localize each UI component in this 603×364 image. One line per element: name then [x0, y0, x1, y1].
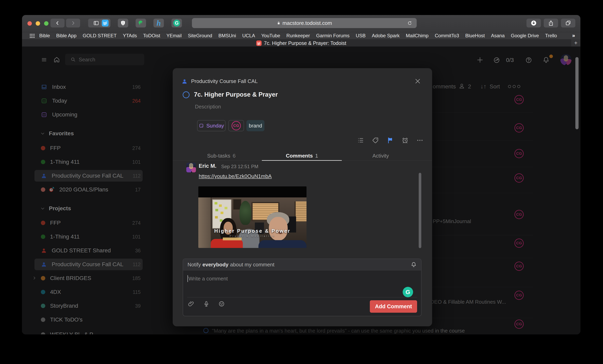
comment-input[interactable]: Write a comment G — [183, 270, 421, 297]
share-button[interactable] — [544, 19, 558, 27]
menu-button[interactable] — [41, 57, 47, 63]
bookmark-adobe-spark[interactable]: Adobe Spark — [372, 33, 400, 38]
bookmark-ytads[interactable]: YTAds — [123, 33, 137, 38]
bookmark-bible-app[interactable]: Bible App — [56, 33, 76, 38]
sidebar-item-productivity-course-fall-cal[interactable]: Productivity Course Fall CAL112 — [35, 170, 143, 182]
more-options-icon[interactable] — [508, 85, 520, 88]
video-overlay-bar — [223, 237, 242, 240]
shield-extension-button[interactable] — [118, 19, 128, 27]
grammarly-extension-button[interactable]: G — [172, 19, 182, 27]
home-button[interactable] — [53, 56, 60, 63]
sidebar-item-ffp[interactable]: FFP274 — [35, 217, 143, 229]
bookmarks-overflow-button[interactable]: » — [572, 33, 575, 39]
bookmark-siteground[interactable]: SiteGround — [188, 33, 212, 38]
honey-extension-button[interactable]: h — [153, 19, 164, 27]
todoist-extension-button[interactable] — [100, 19, 110, 27]
bookmark-committo3[interactable]: CommitTo3 — [435, 33, 459, 38]
bookmark-youtube[interactable]: YouTube — [261, 33, 280, 38]
downloads-button[interactable] — [526, 19, 541, 27]
priority-flag-icon[interactable] — [387, 137, 394, 144]
bookmark-bible[interactable]: Bible — [39, 33, 50, 38]
tab-comments[interactable]: Comments1 — [286, 153, 318, 159]
back-button[interactable] — [50, 19, 65, 27]
help-button[interactable] — [525, 57, 532, 64]
expand-chevron[interactable] — [32, 276, 38, 281]
productivity-button[interactable] — [493, 57, 500, 64]
bookmark-bmsuni[interactable]: BMSUni — [218, 33, 236, 38]
search-input[interactable]: Search — [65, 54, 144, 65]
user-avatar[interactable] — [560, 54, 571, 65]
voice-record-icon[interactable] — [203, 301, 209, 307]
reminder-alarm-icon[interactable] — [401, 137, 409, 144]
sidebar-item-1-thing-411[interactable]: 1-Thing 411101 — [35, 156, 143, 168]
bookmark-mailchimp[interactable]: MailChimp — [406, 33, 429, 38]
sidebar-item-upcoming[interactable]: Upcoming — [35, 109, 143, 120]
label-chip-brand[interactable]: brand — [246, 120, 265, 131]
tab-overview-button[interactable] — [561, 19, 575, 27]
project-breadcrumb[interactable]: Productivity Course Fall CAL — [182, 78, 258, 84]
tab-activity[interactable]: Activity — [372, 153, 389, 159]
video-thumbnail[interactable]: Higher Purpose & Power Prayer & Meditati… — [198, 187, 306, 248]
task-checkbox[interactable] — [183, 91, 189, 98]
notify-bar[interactable]: Notify everybody about my comment — [183, 259, 421, 270]
collaborators-button[interactable] — [458, 83, 465, 90]
sidebar-section-favorites[interactable]: Favorites — [40, 129, 142, 139]
sidebar-item-weekly-bl-p[interactable]: WEEKLY Bl.. & P.. — [35, 329, 143, 334]
sidebar-item-productivity-course-fall-cal[interactable]: Productivity Course Fall CAL112 — [35, 258, 143, 270]
quick-add-button[interactable] — [476, 56, 484, 64]
address-bar[interactable]: macstore.todoist.com — [192, 18, 417, 28]
forward-button[interactable] — [66, 19, 80, 27]
sidebar-item-storybrand[interactable]: StoryBrand39 — [35, 300, 143, 312]
comment-link[interactable]: https://youtu.be/Ezk0OuN1mbA — [199, 173, 272, 179]
task-title[interactable]: 7c. Higher Purpose & Prayer — [194, 91, 278, 98]
bookmark-google-drive[interactable]: Google Drive — [511, 33, 539, 38]
bookmarks-grid-icon[interactable] — [30, 34, 35, 38]
sidebar-item-inbox[interactable]: Inbox196 — [35, 81, 143, 93]
minimize-window-button[interactable] — [36, 21, 40, 26]
close-window-button[interactable] — [27, 21, 32, 26]
notify-bell-icon[interactable] — [411, 262, 417, 268]
sidebar-section-projects[interactable]: Projects — [40, 203, 142, 213]
bookmark-trello[interactable]: Trello — [545, 33, 557, 38]
sidebar-item-ffp[interactable]: FFP274 — [35, 142, 143, 154]
task-description-placeholder[interactable]: Description — [195, 104, 221, 110]
sidebar-item-1-thing-411[interactable]: 1-Thing 411101 — [35, 231, 143, 243]
sidebar-item-2020-goals-plans[interactable]: 2020 GOALS/Plans17 — [35, 184, 143, 195]
sidebar-item-gold-street-shared[interactable]: GOLD STREET Shared36 — [35, 245, 143, 256]
notifications-button[interactable] — [543, 56, 550, 64]
bookmark-gold-street[interactable]: GOLD STREET — [83, 33, 116, 38]
bookmark-usb[interactable]: USB — [356, 33, 366, 38]
bookmark-ucla[interactable]: UCLA — [242, 33, 255, 38]
sidebar-item-today[interactable]: 23Today264 — [35, 95, 143, 107]
bookmark-garmin-forums[interactable]: Garmin Forums — [316, 33, 349, 38]
bookmark-bluehost[interactable]: BlueHost — [465, 33, 485, 38]
grammarly-badge[interactable]: G — [403, 287, 413, 297]
emoji-icon[interactable] — [218, 301, 225, 307]
bookmark-todoist[interactable]: ToDOist — [143, 33, 160, 38]
sidebar-item-tick-todo-s[interactable]: TICK ToDO's — [35, 314, 143, 326]
evernote-extension-button[interactable] — [136, 19, 146, 27]
sidebar-item-client-bridges[interactable]: Client BRIDGES185 — [35, 272, 143, 284]
due-date-chip[interactable]: Sunday — [197, 120, 226, 131]
sidebar-item-4dx[interactable]: 4DX115 — [35, 286, 143, 298]
tab-subtasks[interactable]: Sub-tasks6 — [207, 153, 236, 159]
bookmark-yemail[interactable]: YEmail — [166, 33, 182, 38]
page-scrollbar[interactable] — [575, 57, 579, 129]
reload-icon[interactable] — [407, 21, 412, 26]
assignee-chip[interactable]: CG — [228, 120, 244, 131]
close-modal-button[interactable] — [414, 77, 422, 85]
tab-bar[interactable]: 7c. Higher Purpose & Prayer: Todoist — [22, 39, 580, 47]
subtasks-list-icon[interactable] — [357, 137, 364, 144]
comments-scrollbar[interactable] — [419, 173, 421, 248]
zoom-window-button[interactable] — [44, 21, 48, 26]
sort-button[interactable]: Sort — [490, 83, 500, 90]
add-comment-button[interactable]: Add Comment — [370, 300, 417, 313]
new-tab-button[interactable]: + — [571, 39, 580, 47]
labels-tag-icon[interactable] — [372, 137, 379, 144]
bookmark-asana[interactable]: Asana — [491, 33, 505, 38]
bookmark-runkeeper[interactable]: Runkeeper — [287, 33, 310, 38]
attach-file-icon[interactable] — [188, 301, 194, 307]
comment-author-avatar — [186, 163, 196, 172]
task-checkbox-circle[interactable] — [203, 328, 209, 333]
more-actions-icon[interactable] — [416, 137, 424, 144]
